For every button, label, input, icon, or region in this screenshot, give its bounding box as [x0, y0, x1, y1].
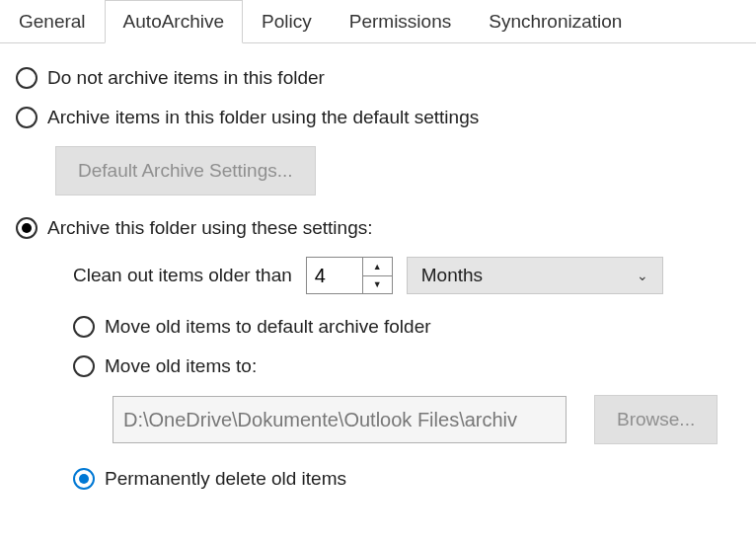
- radio-use-these-settings[interactable]: [16, 217, 38, 239]
- label-move-to: Move old items to:: [105, 355, 257, 377]
- radio-perm-delete[interactable]: [73, 468, 95, 490]
- stepper-up[interactable]: ▲: [363, 258, 392, 275]
- label-perm-delete: Permanently delete old items: [105, 468, 346, 490]
- tab-label: AutoArchive: [123, 11, 224, 33]
- tab-label: Synchronization: [489, 11, 622, 33]
- archive-path-value: D:\OneDrive\Dokumente\Outlook Files\arch…: [123, 409, 517, 431]
- label-use-default: Archive items in this folder using the d…: [47, 107, 479, 128]
- stepper-down[interactable]: ▼: [363, 275, 392, 294]
- default-archive-settings-button[interactable]: Default Archive Settings...: [55, 146, 316, 195]
- cleanout-stepper: ▲ ▼: [306, 257, 393, 294]
- label-do-not-archive: Do not archive items in this folder: [47, 67, 325, 89]
- chevron-down-icon: ⌄: [637, 268, 648, 283]
- tab-synchronization[interactable]: Synchronization: [470, 0, 641, 42]
- archive-path-input[interactable]: D:\OneDrive\Dokumente\Outlook Files\arch…: [113, 396, 567, 443]
- tab-label: General: [19, 11, 86, 33]
- tab-permissions[interactable]: Permissions: [331, 0, 470, 42]
- radio-move-to[interactable]: [73, 355, 95, 377]
- tab-autoarchive[interactable]: AutoArchive: [105, 0, 243, 43]
- cleanout-label: Clean out items older than: [73, 265, 292, 286]
- radio-move-default[interactable]: [73, 316, 95, 338]
- cleanout-unit-select[interactable]: Months ⌄: [407, 257, 663, 294]
- tab-label: Policy: [262, 11, 312, 33]
- stepper-buttons: ▲ ▼: [362, 258, 392, 293]
- autoarchive-panel: Do not archive items in this folder Arch…: [0, 43, 756, 531]
- cleanout-unit-value: Months: [421, 265, 483, 286]
- tab-policy[interactable]: Policy: [243, 0, 331, 42]
- label-move-default: Move old items to default archive folder: [105, 316, 431, 338]
- cleanout-value-input[interactable]: [307, 258, 362, 293]
- tab-general[interactable]: General: [0, 0, 105, 42]
- tab-bar: General AutoArchive Policy Permissions S…: [0, 0, 756, 43]
- label-use-these-settings: Archive this folder using these settings…: [47, 217, 373, 239]
- radio-use-default[interactable]: [16, 107, 38, 128]
- browse-button[interactable]: Browse...: [594, 395, 718, 444]
- radio-do-not-archive[interactable]: [16, 67, 38, 89]
- tab-label: Permissions: [349, 11, 451, 33]
